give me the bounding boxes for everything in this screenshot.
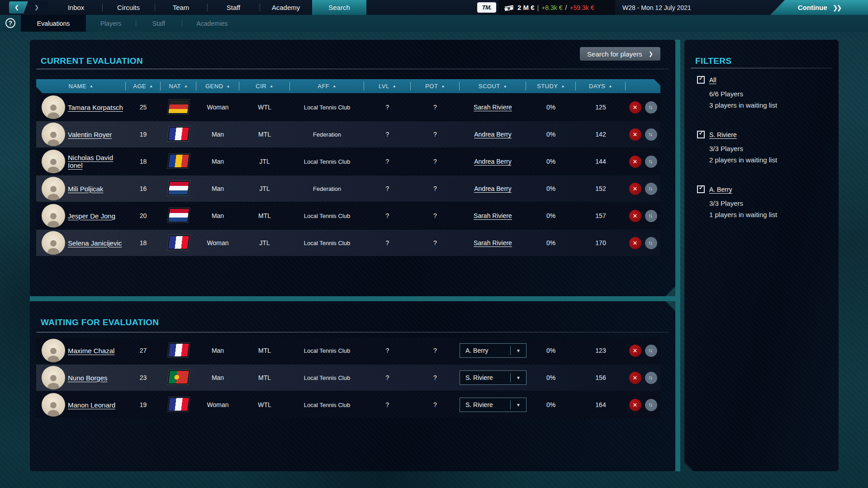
table-row: Maxime Chazal 27 Man MTL Local Tennis Cl…	[36, 337, 660, 364]
filter-checkbox[interactable]: ✓	[697, 185, 705, 193]
swap-priority-button[interactable]: ↑↓	[645, 372, 657, 384]
help-icon[interactable]: ?	[5, 18, 15, 28]
scout-link[interactable]: Andrea Berry	[474, 131, 511, 138]
column-header-lvl[interactable]: LVL▲	[364, 79, 411, 93]
player-name-link[interactable]: Manon Leonard	[68, 401, 115, 409]
cancel-evaluation-button[interactable]: ✕	[629, 210, 641, 222]
scout-dropdown-value: A. Berry	[460, 347, 510, 354]
filter-checkbox[interactable]: ✓	[697, 76, 705, 84]
sort-asc-icon: ▲	[332, 84, 336, 88]
tab-evaluations[interactable]: Evaluations	[21, 15, 86, 32]
player-potential: ?	[411, 104, 460, 111]
scout-link[interactable]: Sarah Riviere	[474, 104, 512, 111]
player-level: ?	[364, 347, 411, 354]
study-progress: 0%	[526, 131, 576, 138]
search-for-players-button[interactable]: Search for players ❯	[580, 47, 660, 61]
column-header-name[interactable]: NAME▲	[36, 79, 126, 93]
player-circuit: JTL	[239, 158, 290, 165]
days-count: 164	[576, 401, 626, 408]
swap-priority-button[interactable]: ↑↓	[645, 210, 657, 222]
scout-link[interactable]: Sarah Riviere	[474, 212, 512, 219]
filter-item: ✓ All 6/6 Players 3 players in waiting l…	[697, 76, 828, 111]
player-gender: Man	[196, 374, 239, 381]
swap-priority-button[interactable]: ↑↓	[645, 237, 657, 249]
filter-label-link[interactable]: All	[709, 76, 716, 84]
swap-priority-button[interactable]: ↑↓	[645, 101, 657, 114]
swap-priority-button[interactable]: ↑↓	[645, 156, 657, 168]
player-name-link[interactable]: Valentin Royer	[68, 131, 112, 138]
player-name-link[interactable]: Jesper De Jong	[68, 212, 115, 220]
x-icon: ✕	[633, 131, 638, 138]
scout-link[interactable]: Andrea Berry	[474, 158, 511, 165]
filter-label-link[interactable]: S. Riviere	[709, 131, 737, 138]
player-name-link[interactable]: Tamara Korpatsch	[68, 104, 123, 111]
scout-dropdown[interactable]: S. Riviere ▼	[460, 398, 526, 412]
nav-circuits[interactable]: Circuits	[102, 0, 155, 15]
filter-checkbox[interactable]: ✓	[697, 131, 705, 138]
player-name-link[interactable]: Nuno Borges	[68, 374, 108, 382]
continue-button[interactable]: Continue ❯❯	[770, 0, 868, 15]
cancel-evaluation-button[interactable]: ✕	[629, 399, 641, 411]
accent-strip-horizontal	[30, 296, 675, 301]
cancel-evaluation-button[interactable]: ✕	[629, 237, 641, 249]
swap-priority-button[interactable]: ↑↓	[645, 399, 657, 411]
scout-dropdown[interactable]: S. Riviere ▼	[460, 370, 526, 385]
cancel-evaluation-button[interactable]: ✕	[629, 183, 641, 195]
player-avatar	[42, 204, 65, 227]
column-header-aff[interactable]: AFF▲	[290, 79, 364, 93]
player-name-link[interactable]: Maxime Chazal	[68, 347, 114, 355]
check-icon: ✓	[698, 128, 704, 137]
scout-link[interactable]: Andrea Berry	[474, 185, 511, 192]
column-header-days[interactable]: DAYS▲	[576, 79, 626, 93]
check-icon: ✓	[698, 74, 704, 82]
table-row: Tamara Korpatsch 25 Woman WTL Local Tenn…	[36, 94, 660, 120]
column-header-nat[interactable]: NAT▲	[161, 79, 196, 93]
column-header-cir[interactable]: CIR▲	[239, 79, 290, 93]
filter-label-link[interactable]: A. Berry	[709, 186, 732, 193]
player-name-link[interactable]: Selena Janicijevic	[68, 239, 122, 247]
cancel-evaluation-button[interactable]: ✕	[629, 101, 641, 114]
cancel-evaluation-button[interactable]: ✕	[629, 345, 641, 357]
accent-strip-vertical	[675, 40, 680, 471]
column-header-study[interactable]: STUDY▲	[526, 79, 576, 93]
player-potential: ?	[411, 131, 460, 138]
tab-staff[interactable]: Staff	[136, 15, 182, 32]
scout-dropdown[interactable]: A. Berry ▼	[460, 343, 526, 358]
forward-chevron-icon[interactable]: ❯	[34, 4, 39, 10]
sort-asc-icon: ▲	[393, 84, 396, 88]
days-count: 144	[576, 158, 626, 165]
swap-priority-button[interactable]: ↑↓	[645, 183, 657, 195]
player-affiliation: Federation	[290, 185, 364, 192]
tm-logo: TM.	[477, 2, 496, 13]
player-name-link[interactable]: Mili Poljicak	[68, 185, 103, 193]
nav-search[interactable]: Search	[312, 0, 366, 15]
swap-priority-button[interactable]: ↑↓	[645, 345, 657, 357]
column-header-gend[interactable]: GEND▲	[196, 79, 239, 93]
scout-link[interactable]: Sarah Riviere	[474, 239, 512, 246]
player-name-link[interactable]: Nicholas David Ionel	[68, 154, 113, 169]
player-circuit: WTL	[239, 401, 290, 408]
filters-title: FILTERS	[695, 56, 732, 66]
column-header-scout[interactable]: SCOUT▲	[460, 79, 526, 93]
column-header-age[interactable]: AGE▲	[126, 79, 161, 93]
player-circuit: MTL	[239, 212, 290, 219]
nav-academy[interactable]: Academy	[260, 0, 312, 15]
x-icon: ✕	[633, 374, 638, 381]
cancel-evaluation-button[interactable]: ✕	[629, 156, 641, 168]
cancel-evaluation-button[interactable]: ✕	[629, 372, 641, 384]
main-nav: Inbox Circuits Team Staff Academy Search	[50, 0, 366, 15]
player-age: 27	[126, 347, 161, 354]
column-header-pot[interactable]: POT▲	[411, 79, 460, 93]
cancel-evaluation-button[interactable]: ✕	[629, 128, 641, 141]
player-gender: Man	[196, 347, 239, 354]
nav-inbox[interactable]: Inbox	[50, 0, 102, 15]
nav-staff[interactable]: Staff	[207, 0, 260, 15]
swap-priority-button[interactable]: ↑↓	[645, 128, 657, 141]
tab-players[interactable]: Players	[86, 15, 136, 32]
tab-academies[interactable]: Academies	[182, 15, 242, 32]
back-chevron-icon[interactable]: ❮	[14, 4, 19, 10]
player-affiliation: Local Tennis Club	[290, 347, 364, 354]
nav-team[interactable]: Team	[155, 0, 207, 15]
nationality-flag-icon	[167, 397, 190, 412]
chevron-down-icon: ▼	[511, 403, 526, 407]
